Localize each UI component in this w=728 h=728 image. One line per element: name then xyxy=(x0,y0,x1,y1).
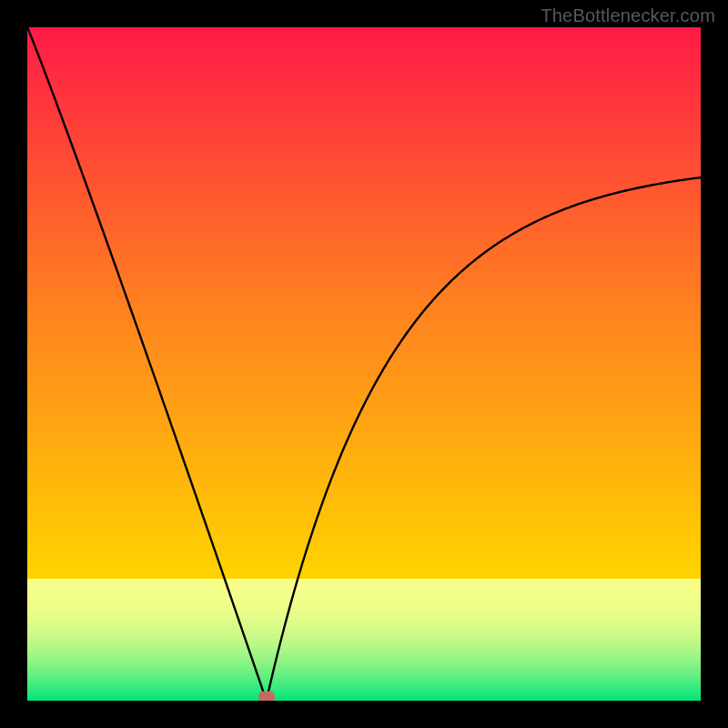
plot-area xyxy=(27,27,701,701)
chart-frame: TheBottlenecker.com xyxy=(0,0,728,728)
bottleneck-curve xyxy=(27,27,701,701)
watermark-text: TheBottlenecker.com xyxy=(541,5,715,26)
optimum-marker xyxy=(258,692,275,701)
